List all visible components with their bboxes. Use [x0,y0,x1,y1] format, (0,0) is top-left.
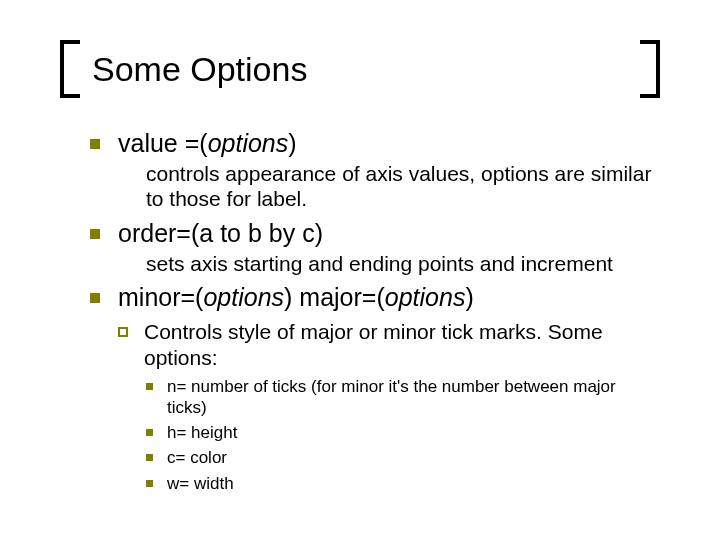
square-bullet-icon [146,429,153,436]
text: value =( [118,129,208,157]
hollow-bullet-icon [118,327,128,337]
square-bullet-icon [90,293,100,303]
bullet-lvl2-text: Controls style of major or minor tick ma… [144,319,660,369]
bullet-description: controls appearance of axis values, opti… [146,161,660,211]
bullet-lvl3-text: h= height [167,422,237,443]
text: ) [288,129,296,157]
text: ) [465,283,473,311]
lvl3-group: n= number of ticks (for minor it's the n… [146,376,660,494]
slide-title: Some Options [80,50,640,89]
bracket-left-icon [60,40,80,98]
title-row: Some Options [60,40,660,98]
bullet-lvl3: h= height [146,422,660,443]
bullet-lvl1: order=(a to b by c) [90,218,660,249]
bullet-lvl3-text: n= number of ticks (for minor it's the n… [167,376,660,419]
slide: Some Options value =(options) controls a… [0,0,720,514]
bullet-lvl3: c= color [146,447,660,468]
text-italic: options [208,129,289,157]
bullet-description: sets axis starting and ending points and… [146,251,660,276]
bullet-heading: value =(options) [118,128,297,159]
bullet-heading: order=(a to b by c) [118,218,323,249]
bracket-right-icon [640,40,660,98]
bullet-lvl3-text: w= width [167,473,234,494]
square-bullet-icon [146,480,153,487]
text: minor=( [118,283,203,311]
bullet-lvl2: Controls style of major or minor tick ma… [118,319,660,369]
content: value =(options) controls appearance of … [60,128,660,494]
bullet-lvl1: value =(options) [90,128,660,159]
text: ) major=( [284,283,385,311]
bullet-lvl1: minor=(options) major=(options) [90,282,660,313]
bullet-lvl3-text: c= color [167,447,227,468]
bullet-heading: minor=(options) major=(options) [118,282,474,313]
bullet-lvl3: n= number of ticks (for minor it's the n… [146,376,660,419]
bullet-lvl3: w= width [146,473,660,494]
square-bullet-icon [146,454,153,461]
text-italic: options [203,283,284,311]
text: order=(a to b by c) [118,219,323,247]
text-italic: options [385,283,466,311]
square-bullet-icon [146,383,153,390]
square-bullet-icon [90,139,100,149]
square-bullet-icon [90,229,100,239]
